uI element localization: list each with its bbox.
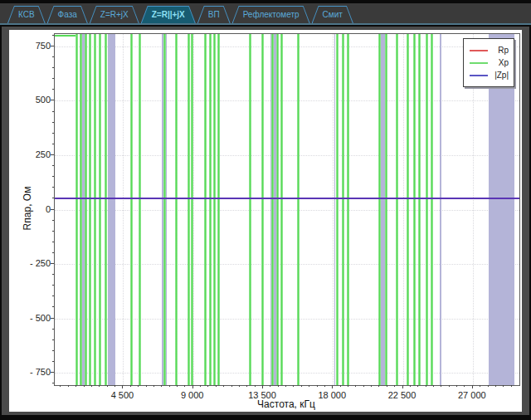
xp-asymptote-line	[276, 34, 279, 385]
tab-label: КСВ	[18, 10, 35, 19]
x-minor-tick	[68, 385, 69, 387]
x-minor-tick	[91, 385, 92, 387]
x-major-tick	[402, 385, 403, 388]
xp-asymptote-line	[342, 34, 344, 385]
y-minor-tick	[52, 383, 54, 383]
legend-line-sample	[470, 50, 488, 51]
y-gridline	[55, 46, 519, 48]
y-tick-label: 0	[12, 204, 51, 214]
x-minor-tick	[76, 385, 76, 387]
y-gridline	[55, 319, 519, 320]
x-minor-tick	[387, 385, 387, 387]
x-tick-label: 27 000	[449, 390, 495, 400]
legend: Rp Xp |Zp|	[463, 38, 514, 87]
tab-bar: КСВ Фаза Z=R+jX Z=R||+jX ВП Рефлект	[0, 3, 531, 25]
y-minor-tick	[52, 89, 54, 90]
y-gridline	[55, 100, 519, 102]
y-minor-tick	[52, 187, 54, 188]
x-major-tick	[332, 385, 333, 388]
y-minor-tick	[52, 242, 54, 242]
x-minor-tick	[309, 385, 309, 387]
x-tick-label: 18 000	[309, 390, 355, 400]
x-minor-tick	[503, 385, 504, 387]
xp-asymptote-line	[431, 34, 433, 385]
xp-asymptote-line	[297, 34, 300, 385]
tab-Z=R||+jX[interactable]: Z=R||+jX	[141, 6, 196, 23]
chart-panel: Частота, кГц Rпар, Ом Rp Xp |Zp| 4 5009 …	[9, 30, 522, 412]
xp-asymptote-line	[426, 34, 428, 385]
tab-КСВ[interactable]: КСВ	[7, 6, 46, 23]
xp-asymptote-line	[99, 34, 101, 385]
x-minor-tick	[107, 385, 108, 387]
x-minor-tick	[114, 385, 115, 387]
y-major-tick	[51, 154, 54, 155]
x-minor-tick	[293, 385, 294, 387]
xp-asymptote-line	[336, 34, 339, 385]
xp-asymptote-line	[378, 34, 381, 385]
x-major-tick	[262, 385, 263, 388]
y-minor-tick	[52, 176, 54, 177]
y-minor-tick	[52, 133, 54, 134]
x-minor-tick	[488, 385, 489, 387]
xp-asymptote-line	[249, 34, 251, 385]
x-minor-tick	[340, 385, 341, 387]
x-minor-tick	[207, 385, 208, 387]
x-minor-tick	[246, 385, 247, 387]
xp-asymptote-line	[407, 34, 409, 385]
y-minor-tick	[52, 111, 54, 112]
y-major-tick	[51, 263, 54, 264]
content-area: Частота, кГц Rпар, Ом Rp Xp |Zp| 4 5009 …	[2, 27, 529, 415]
y-minor-tick	[52, 35, 54, 36]
y-minor-tick	[52, 252, 54, 253]
xp-asymptote-line	[209, 34, 212, 385]
y-minor-tick	[52, 361, 54, 362]
legend-line-sample	[470, 62, 488, 64]
x-minor-tick	[161, 385, 162, 387]
analyzer-window: КСВ Фаза Z=R+jX Z=R||+jX ВП Рефлект	[0, 0, 531, 420]
tab-Рефлектометр[interactable]: Рефлектометр	[232, 6, 310, 23]
y-tick-label: 750	[12, 41, 51, 51]
tab-Смит[interactable]: Смит	[312, 6, 353, 23]
x-minor-tick	[99, 385, 100, 387]
x-minor-tick	[441, 385, 441, 387]
x-minor-tick	[177, 385, 178, 387]
xp-asymptote-line	[188, 34, 190, 385]
y-minor-tick	[52, 329, 54, 330]
xp-asymptote-line	[89, 34, 91, 385]
xp-asymptote-line	[261, 34, 264, 385]
x-minor-tick	[348, 385, 348, 387]
plot-area[interactable]	[54, 33, 520, 386]
tab-label: Рефлектометр	[243, 10, 300, 19]
x-minor-tick	[363, 385, 364, 387]
tab-Фаза[interactable]: Фаза	[47, 6, 88, 23]
ham-band-highlight	[440, 34, 441, 385]
xp-asymptote-line	[163, 34, 166, 385]
y-gridline	[55, 264, 519, 266]
x-minor-tick	[153, 385, 154, 387]
x-minor-tick	[449, 385, 450, 387]
xp-asymptote-line	[347, 34, 349, 385]
x-minor-tick	[426, 385, 426, 387]
y-minor-tick	[52, 350, 54, 351]
y-minor-tick	[52, 144, 54, 144]
y-tick-label: 500	[12, 95, 51, 105]
x-minor-tick	[456, 385, 457, 387]
xp-asymptote-line	[213, 34, 216, 385]
xp-asymptote-line	[418, 34, 421, 385]
x-minor-tick	[130, 385, 131, 387]
tab-label: ВП	[208, 10, 220, 19]
tab-Z=R+jX[interactable]: Z=R+jX	[90, 6, 139, 23]
xp-asymptote-line	[385, 34, 387, 385]
tab-ВП[interactable]: ВП	[197, 6, 231, 23]
y-minor-tick	[52, 285, 54, 286]
x-minor-tick	[169, 385, 170, 387]
x-minor-tick	[317, 385, 318, 387]
x-minor-tick	[410, 385, 411, 387]
y-minor-tick	[52, 295, 54, 296]
tab-label: Z=R+jX	[100, 10, 129, 19]
x-minor-tick	[394, 385, 395, 387]
tab-label: Смит	[323, 10, 343, 19]
y-minor-tick	[52, 274, 54, 275]
y-minor-tick	[52, 231, 54, 232]
xp-asymptote-line	[139, 34, 141, 385]
